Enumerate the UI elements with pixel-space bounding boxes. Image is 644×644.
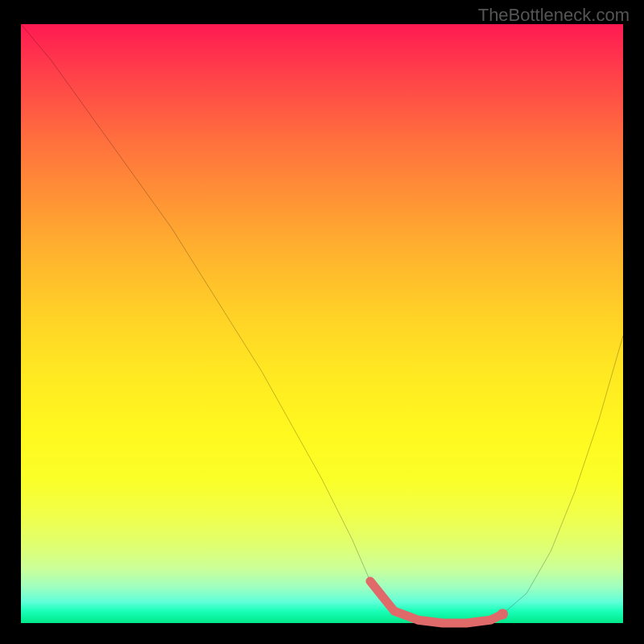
highlight-dot: [497, 609, 508, 619]
curve-svg: [21, 24, 623, 623]
highlight-band: [370, 581, 503, 623]
plot-area: [21, 24, 623, 623]
curve-path: [21, 24, 623, 623]
watermark-text: TheBottleneck.com: [478, 5, 630, 26]
